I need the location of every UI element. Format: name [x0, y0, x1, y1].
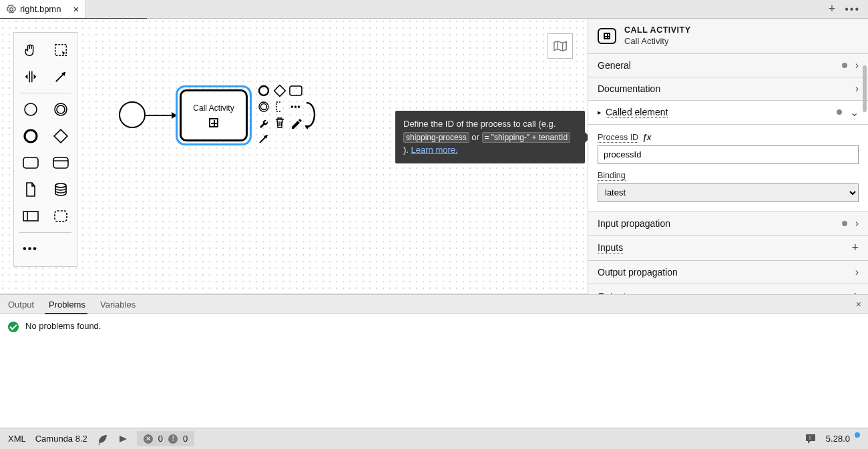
version-label[interactable]: 5.28.0: [826, 434, 860, 444]
lasso-tool-icon[interactable]: [45, 37, 75, 63]
configured-dot-icon: [842, 221, 847, 226]
svg-rect-10: [23, 211, 38, 221]
called-element-body: Process ID ƒx Binding latest: [588, 125, 868, 212]
issue-counters[interactable]: ✕0 !0: [137, 431, 194, 446]
binding-select[interactable]: latest: [598, 183, 859, 202]
problems-message: No problems found.: [25, 321, 101, 331]
sequence-flow[interactable]: [146, 115, 176, 116]
process-id-label: Process ID: [598, 133, 638, 143]
bottom-panel-tabs: Output Problems Variables ×: [0, 294, 868, 314]
chevron-right-icon: ›: [855, 266, 859, 278]
warning-badge-icon: !: [168, 434, 178, 444]
props-header: CALL ACTIVITY Call Activity: [588, 19, 868, 54]
svg-rect-12: [55, 211, 67, 221]
svg-rect-7: [53, 157, 68, 168]
pool-icon[interactable]: [15, 203, 45, 230]
add-input-icon[interactable]: +: [851, 241, 859, 255]
file-tab[interactable]: right.bpmn ×: [0, 0, 86, 19]
close-panel-icon[interactable]: ×: [856, 299, 861, 310]
caret-right-icon: ▸: [598, 108, 602, 117]
tab-variables[interactable]: Variables: [99, 300, 137, 310]
start-event-node[interactable]: [119, 101, 146, 128]
section-called-element[interactable]: ▸Called element ⌄: [588, 101, 868, 125]
close-tab-icon[interactable]: ×: [73, 4, 79, 14]
pad-task-icon[interactable]: [289, 84, 302, 97]
more-tools-icon[interactable]: •••: [15, 236, 45, 262]
tooltip-code: = "shipping-" + tenantId: [482, 132, 571, 143]
pad-delete-icon[interactable]: [273, 116, 286, 129]
section-output-propagation[interactable]: Output propagation ›: [588, 261, 868, 284]
call-activity-node[interactable]: Call Activity: [176, 85, 252, 145]
svg-rect-14: [274, 85, 286, 97]
properties-panel: CALL ACTIVITY Call Activity General › Do…: [588, 19, 868, 294]
gateway-icon[interactable]: [45, 123, 75, 149]
chevron-right-icon: ›: [855, 59, 859, 71]
tooltip-learn-more-link[interactable]: Learn more.: [411, 145, 458, 155]
connect-tool-icon[interactable]: [45, 63, 75, 90]
svg-rect-15: [290, 86, 302, 95]
fx-icon[interactable]: ƒx: [642, 133, 651, 142]
context-pad: •••: [257, 84, 318, 145]
pad-connect-curve-icon[interactable]: [305, 100, 318, 129]
section-general[interactable]: General ›: [588, 54, 868, 77]
pad-more-icon[interactable]: •••: [289, 100, 302, 113]
minimap-toggle[interactable]: [548, 33, 573, 59]
data-object-icon[interactable]: [15, 176, 45, 203]
chevron-right-icon: ›: [855, 217, 859, 230]
props-type-label: CALL ACTIVITY: [624, 25, 691, 36]
chevron-down-icon: ⌄: [850, 106, 859, 119]
more-icon[interactable]: •••: [845, 3, 860, 15]
svg-point-3: [57, 105, 65, 113]
pad-wrench-icon[interactable]: [257, 116, 270, 129]
engine-label[interactable]: Camunda 8.2: [35, 434, 87, 444]
hand-tool-icon[interactable]: [15, 37, 45, 63]
tooltip: Define the ID of the process to call (e.…: [395, 111, 585, 163]
pad-end-event-icon[interactable]: [257, 84, 270, 97]
deploy-icon[interactable]: [97, 433, 109, 445]
run-icon[interactable]: [118, 434, 128, 444]
pad-connect-arrow-icon[interactable]: [257, 132, 270, 145]
pad-intermediate-event-icon[interactable]: [257, 100, 270, 113]
process-id-input[interactable]: [598, 145, 859, 164]
end-event-icon[interactable]: [15, 123, 45, 149]
tab-output[interactable]: Output: [7, 300, 35, 310]
pad-annotation-icon[interactable]: [273, 100, 286, 113]
update-dot-icon: [855, 432, 860, 438]
data-store-icon[interactable]: [45, 176, 75, 203]
svg-rect-6: [23, 157, 38, 168]
pad-gateway-icon[interactable]: [273, 84, 286, 97]
space-tool-icon[interactable]: [15, 63, 45, 90]
svg-point-4: [25, 130, 37, 142]
binding-label: Binding: [598, 171, 626, 181]
tooltip-text: Define the ID of the process to call (e.…: [403, 119, 556, 129]
tab-problems[interactable]: Problems: [47, 300, 87, 310]
canvas[interactable]: ••• Call Activity: [0, 19, 588, 294]
svg-rect-5: [54, 129, 67, 143]
props-element-name: Call Activity: [624, 36, 691, 47]
tooltip-code: shipping-process: [403, 132, 469, 143]
call-activity-type-icon: [598, 28, 616, 44]
configured-dot-icon: [842, 63, 847, 68]
pad-color-icon[interactable]: [289, 116, 302, 129]
configured-dot-icon: [837, 109, 842, 115]
section-inputs[interactable]: Inputs +: [588, 236, 868, 261]
svg-point-1: [25, 103, 37, 115]
xml-toggle[interactable]: XML: [8, 434, 26, 444]
intermediate-event-icon[interactable]: [45, 96, 75, 123]
group-icon[interactable]: [45, 203, 75, 230]
section-input-propagation[interactable]: Input propagation ›: [588, 212, 868, 236]
expanded-subprocess-icon[interactable]: [45, 149, 75, 176]
feedback-icon[interactable]: !: [805, 433, 817, 445]
status-bar: XML Camunda 8.2 ✕0 !0 ! 5.28.0: [0, 428, 868, 449]
svg-point-13: [259, 86, 268, 95]
call-activity-label: Call Activity: [193, 103, 234, 113]
subprocess-marker-icon: [209, 118, 218, 127]
section-documentation[interactable]: Documentation ›: [588, 77, 868, 101]
new-tab-icon[interactable]: +: [829, 2, 836, 16]
scrollbar[interactable]: [863, 65, 867, 112]
svg-rect-0: [55, 45, 66, 56]
svg-point-9: [55, 183, 66, 187]
task-icon[interactable]: [15, 149, 45, 176]
start-event-icon[interactable]: [15, 96, 45, 123]
gear-icon: [7, 5, 16, 14]
